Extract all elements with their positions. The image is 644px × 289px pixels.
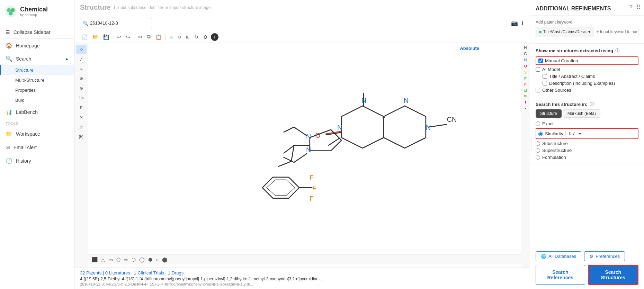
sidebar-item-multi-structure[interactable]: Multi-Structure	[0, 75, 74, 85]
redo-btn[interactable]: ↪	[124, 33, 132, 41]
formulation-radio[interactable]	[536, 155, 540, 160]
preferences-btn[interactable]: ⚙ Preferences	[584, 251, 625, 261]
ai-model-checkbox[interactable]	[536, 67, 540, 72]
element-Br[interactable]: Br	[524, 93, 527, 99]
keyword-input[interactable]	[593, 27, 638, 36]
help-toolbar-btn[interactable]: i	[211, 33, 218, 41]
search-structures-btn[interactable]: Search Structures	[588, 265, 639, 285]
sidebar-item-properties[interactable]: Properties	[0, 85, 74, 95]
structure-search-input[interactable]	[80, 18, 152, 28]
zoom-tool-btn[interactable]: ⊕	[76, 74, 87, 83]
save-btn[interactable]: 💾	[101, 33, 111, 41]
description-label: Description (Including Examples)	[549, 81, 615, 86]
similarity-label: Similarity	[545, 131, 563, 136]
exact-radio[interactable]	[536, 121, 540, 126]
substructure-radio[interactable]	[536, 141, 540, 146]
apps-icon[interactable]: ⠿	[636, 3, 641, 11]
element-N[interactable]: N	[524, 57, 527, 63]
zoom-out-tool-btn[interactable]: ⊖	[76, 84, 87, 93]
other-sources-label: Other Sources	[542, 88, 571, 93]
new-doc-btn[interactable]: 📄	[80, 33, 89, 41]
sidebar-item-workspace[interactable]: 📁 Workspace	[0, 127, 74, 141]
hexagon-shape[interactable]: ⬡	[131, 256, 136, 263]
camera-icon[interactable]: 📷	[510, 19, 519, 27]
sidebar-item-email-alert[interactable]: ✉ Email Alert	[0, 141, 74, 154]
sidebar-item-labbench[interactable]: 📊 LabBench	[0, 105, 74, 119]
search-references-btn[interactable]: Search References	[536, 265, 585, 285]
paste-btn[interactable]: 📋	[154, 33, 163, 41]
r-group-btn[interactable]: R	[76, 103, 87, 112]
element-dot[interactable]: ·	[525, 105, 526, 111]
import-btn[interactable]: ⬛	[91, 256, 98, 263]
zoom-out-btn[interactable]: ⊖	[176, 34, 183, 40]
collapse-sidebar-btn[interactable]: ☰ Collapse Sidebar	[0, 26, 74, 39]
bracket-tool-btn[interactable]: [ ]n	[76, 93, 87, 102]
similarity-radio[interactable]	[538, 132, 543, 136]
element-O[interactable]: O	[524, 63, 527, 69]
title-abstract-checkbox[interactable]	[543, 74, 547, 79]
stereo-btn[interactable]: .S*	[76, 123, 87, 132]
pentagon-shape[interactable]: ⬠	[116, 256, 121, 263]
keyword-type-label: Title/Abst./Claims/Desc.	[543, 29, 587, 34]
search-in-info-icon[interactable]: ⓘ	[590, 101, 594, 107]
chain-tool-btn[interactable]: ∿	[76, 64, 87, 73]
info-icon[interactable]: ℹ	[521, 19, 524, 27]
sidebar-item-history[interactable]: 🕐 History	[0, 154, 74, 168]
copy-btn[interactable]: ⧉	[145, 33, 152, 41]
rotate-btn[interactable]: ↻	[193, 33, 200, 41]
settings-btn[interactable]: ⚙	[202, 33, 209, 41]
keyword-type-select[interactable]: ■ Title/Abst./Claims/Desc. ▾	[536, 27, 593, 37]
rect-shape[interactable]: ▭	[108, 256, 114, 263]
arrow-shape[interactable]: ⇨	[123, 256, 129, 263]
superstructure-radio[interactable]	[536, 148, 540, 153]
all-databases-btn[interactable]: 🌐 All Databases	[536, 251, 581, 261]
octagon-shape[interactable]: ⬢	[147, 256, 153, 263]
results-links[interactable]: 32 Patents | 0 Literatures | 1 Clinical …	[80, 270, 524, 276]
element-Cl[interactable]: Cl	[524, 88, 527, 93]
sgroup-btn[interactable]: [H]	[76, 132, 87, 141]
undo-btn[interactable]: ↩	[115, 33, 123, 41]
element-S[interactable]: S	[524, 69, 527, 75]
fit-btn[interactable]: ⊞	[184, 34, 191, 40]
tab-markush[interactable]: Markush (Beta)	[563, 109, 600, 118]
element-I[interactable]: I	[525, 99, 526, 105]
panel-toggle-btn[interactable]: ›	[530, 138, 531, 151]
radio-group: Exact Similarity 0.7 0.8 0.9 Substructur…	[536, 121, 638, 160]
bond-tool-btn[interactable]: ╱	[76, 55, 87, 64]
zoom-in-btn[interactable]: ⊕	[168, 34, 175, 40]
other-sources-checkbox[interactable]	[536, 88, 540, 92]
manual-curation-checkbox[interactable]	[538, 58, 543, 63]
molecule-canvas[interactable]: Absolute N N N N CN	[88, 43, 521, 267]
element-P[interactable]: P	[524, 82, 527, 88]
sidebar-item-structure[interactable]: Structure	[0, 65, 74, 75]
erase-tool-btn[interactable]: ✕	[76, 113, 87, 122]
open-btn[interactable]: 📂	[91, 33, 100, 41]
show-me-info-icon[interactable]: ⓘ	[615, 48, 619, 54]
tab-structure[interactable]: Structure	[536, 109, 562, 118]
cut-btn[interactable]: ✂	[136, 33, 144, 41]
search-bar-row: 🔍 📷 ℹ	[74, 15, 530, 31]
ellipse-shape[interactable]: ⬤	[161, 256, 168, 263]
sidebar: ● Chemical by patsnap ☰ Collapse Sidebar…	[0, 0, 74, 289]
sidebar-item-bulk[interactable]: Bulk	[0, 95, 74, 105]
triangle-shape[interactable]: △	[100, 256, 106, 263]
right-letter-panel: H C N O S F P Cl Br I ·	[521, 43, 530, 267]
results-desc: 4-[(2S,5R)-2,5-Diethyl-4-[(1S)-1-[4-(tri…	[80, 277, 524, 281]
help-icon[interactable]: ?	[629, 4, 633, 11]
radio-exact: Exact	[536, 121, 638, 126]
element-H[interactable]: H	[524, 44, 527, 51]
circle-shape[interactable]: ○	[155, 256, 159, 263]
dropdown-icon: ▾	[588, 29, 590, 34]
element-C[interactable]: C	[524, 51, 527, 57]
search-input-icon: 🔍	[83, 20, 88, 26]
svg-marker-29	[267, 180, 295, 196]
similarity-value-select[interactable]: 0.7 0.8 0.9	[565, 130, 583, 137]
select-tool-btn[interactable]: ⊹	[76, 45, 87, 54]
radio-similarity: Similarity 0.7 0.8 0.9	[536, 128, 638, 139]
sidebar-item-search[interactable]: 🔍 Search ▲	[0, 52, 74, 65]
sidebar-item-homepage[interactable]: 🏠 Homepage	[0, 39, 74, 52]
element-F[interactable]: F	[524, 75, 527, 82]
description-checkbox[interactable]	[543, 81, 547, 85]
heptagon-shape[interactable]: ◯	[138, 256, 145, 263]
bottom-shape-bar: ⬛ △ ▭ ⬠ ⇨ ⬡ ◯ ⬢ ○ ⬤	[88, 254, 521, 264]
